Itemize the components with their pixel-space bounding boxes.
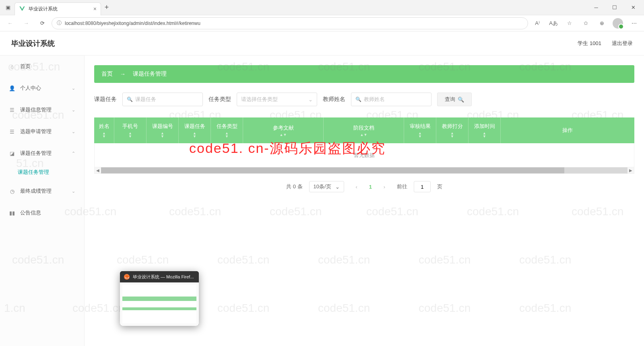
browser-tab[interactable]: 毕业设计系统 × xyxy=(14,2,101,15)
reader-icon[interactable]: Aあ xyxy=(547,16,560,30)
sidebar-item-label: 首页 xyxy=(20,63,31,70)
chevron-down-icon: ⌄ xyxy=(72,129,75,134)
url-input[interactable]: ⓘ localhost:8080/biyeshejixitong/admin/d… xyxy=(52,17,528,29)
chevron-down-icon: ⌄ xyxy=(72,189,75,194)
logout-link[interactable]: 退出登录 xyxy=(612,40,633,47)
sidebar-item-notice[interactable]: ▮▮ 公告信息 xyxy=(0,202,84,224)
maximize-icon[interactable]: ☐ xyxy=(605,1,624,14)
preview-title: 毕业设计系统 — Mozilla Firef... xyxy=(133,274,194,280)
sidebar-item-label: 最终成绩管理 xyxy=(20,187,52,195)
back-button[interactable]: ← xyxy=(3,16,17,30)
profile-avatar[interactable] xyxy=(611,16,625,30)
chevron-right-icon: → xyxy=(120,71,126,77)
sort-icon: ▲▼ xyxy=(102,132,106,138)
th-task-type[interactable]: 任务类型▲▼ xyxy=(211,117,243,143)
next-page-button[interactable]: › xyxy=(378,181,390,192)
sidebar-item-final-grade[interactable]: ◷ 最终成绩管理 ⌄ xyxy=(0,180,84,202)
total-count: 共 0 条 xyxy=(286,183,302,190)
crumb-home[interactable]: 首页 xyxy=(101,70,113,78)
sidebar-item-home[interactable]: ⌂ 首页 xyxy=(0,56,84,77)
sidebar-item-topic-apply[interactable]: ☰ 选题申请管理 ⌄ xyxy=(0,121,84,142)
current-user[interactable]: 学生 1001 xyxy=(578,40,601,47)
th-topic-no[interactable]: 课题编号▲▼ xyxy=(147,117,179,143)
placeholder: 请选择任务类型 xyxy=(241,96,278,103)
scroll-thumb[interactable] xyxy=(101,167,564,173)
task-type-select[interactable]: 请选择任务类型 ⌄ xyxy=(237,93,317,106)
clock-icon: ◷ xyxy=(9,188,15,194)
breadcrumb: 首页 → 课题任务管理 xyxy=(94,65,634,83)
th-phone[interactable]: 手机号▲▼ xyxy=(114,117,147,143)
chevron-down-icon: ⌄ xyxy=(72,107,75,113)
current-page[interactable]: 1 xyxy=(369,184,372,190)
sidebar-subitem-label: 课题任务管理 xyxy=(18,169,49,176)
table-empty: 暂无数据 xyxy=(94,143,634,167)
sidebar-item-profile[interactable]: 👤 个人中心 ⌄ xyxy=(0,77,84,99)
search-icon: 🔍 xyxy=(458,97,464,103)
empty-text: 暂无数据 xyxy=(354,152,375,159)
chevron-up-icon: ⌃ xyxy=(72,151,75,156)
filter-label: 教师姓名 xyxy=(323,96,345,103)
app-title: 毕业设计系统 xyxy=(11,39,55,48)
pagination: 共 0 条 10条/页 ⌄ ‹ 1 › 前往 页 xyxy=(85,174,644,200)
favorites-bar-icon[interactable]: ✩ xyxy=(579,16,592,30)
th-stage-doc[interactable]: 阶段文档▲▼ xyxy=(324,117,404,143)
sort-icon: ▲▼ xyxy=(360,133,367,136)
app-header: 毕业设计系统 学生 1001 退出登录 xyxy=(0,31,644,56)
sort-icon: ▲▼ xyxy=(450,132,454,138)
favorites-icon[interactable]: ☆ xyxy=(563,16,576,30)
th-name[interactable]: 姓名▲▼ xyxy=(94,117,114,143)
more-icon[interactable]: ⋯ xyxy=(627,16,641,30)
th-topic-task[interactable]: 课题任务▲▼ xyxy=(179,117,211,143)
vue-favicon-icon xyxy=(19,6,25,12)
filter-bar: 课题任务 🔍 课题任务 任务类型 请选择任务类型 ⌄ 教师姓名 🔍 教师姓名 查… xyxy=(85,93,644,106)
sidebar-item-label: 课题信息管理 xyxy=(20,106,52,113)
url-text: localhost:8080/biyeshejixitong/admin/dis… xyxy=(65,21,200,26)
sidebar-item-label: 个人中心 xyxy=(20,84,41,92)
sort-icon: ▲▼ xyxy=(280,133,287,136)
placeholder: 教师姓名 xyxy=(364,96,385,103)
chevron-down-icon: ⌄ xyxy=(308,97,313,103)
th-score[interactable]: 教师打分▲▼ xyxy=(436,117,469,143)
minimize-icon[interactable]: ─ xyxy=(587,1,605,14)
search-icon: 🔍 xyxy=(127,97,133,102)
scroll-track[interactable] xyxy=(101,167,627,173)
read-aloud-icon[interactable]: A⁾ xyxy=(530,16,544,30)
teacher-name-input[interactable]: 🔍 教师姓名 xyxy=(351,93,431,106)
sidebar-item-label: 课题任务管理 xyxy=(20,150,52,157)
home-icon: ⌂ xyxy=(9,64,15,70)
th-time[interactable]: 添加时间▲▼ xyxy=(469,117,501,143)
prev-page-button[interactable]: ‹ xyxy=(351,181,363,192)
address-bar: ← → ⟳ ⓘ localhost:8080/biyeshejixitong/a… xyxy=(0,15,644,31)
browser-tab-bar: ▣ 毕业设计系统 × + ─ ☐ ✕ xyxy=(0,0,644,15)
collections-icon[interactable]: ⊕ xyxy=(595,16,609,30)
horizontal-scrollbar[interactable]: ◀ ▶ xyxy=(94,167,634,174)
close-window-icon[interactable]: ✕ xyxy=(624,1,642,14)
chevron-down-icon: ⌄ xyxy=(335,184,340,190)
topic-task-input[interactable]: 🔍 课题任务 xyxy=(122,93,203,106)
new-tab-button[interactable]: + xyxy=(101,3,112,12)
user-icon: 👤 xyxy=(9,85,15,91)
crumb-current: 课题任务管理 xyxy=(133,70,167,78)
page-size-select[interactable]: 10条/页 ⌄ xyxy=(309,181,344,192)
sidebar-item-topic-task[interactable]: ◪ 课题任务管理 ⌃ xyxy=(0,142,84,164)
scroll-left-icon[interactable]: ◀ xyxy=(95,167,101,173)
filter-label: 任务类型 xyxy=(208,96,231,103)
th-refs[interactable]: 参考文献▲▼ xyxy=(243,117,324,143)
forward-button[interactable]: → xyxy=(19,16,33,30)
refresh-button[interactable]: ⟳ xyxy=(35,16,49,30)
query-button[interactable]: 查询 🔍 xyxy=(437,93,472,106)
sidebar-subitem-topic-task[interactable]: 课题任务管理 xyxy=(0,164,84,180)
tab-title: 毕业设计系统 xyxy=(29,6,90,12)
sort-icon: ▲▼ xyxy=(161,132,164,138)
close-tab-icon[interactable]: × xyxy=(93,6,97,12)
taskbar-preview[interactable]: 🦊 毕业设计系统 — Mozilla Firef... xyxy=(120,271,199,326)
scroll-right-icon[interactable]: ▶ xyxy=(627,167,634,173)
sidebar-item-label: 公告信息 xyxy=(20,209,41,216)
sort-icon: ▲▼ xyxy=(418,132,422,138)
search-icon: 🔍 xyxy=(355,97,361,102)
th-audit[interactable]: 审核结果▲▼ xyxy=(404,117,436,143)
sidebar-item-topic-info[interactable]: ☰ 课题信息管理 ⌄ xyxy=(0,99,84,121)
chevron-down-icon: ⌄ xyxy=(72,86,75,91)
tab-actions-icon[interactable]: ▣ xyxy=(2,1,14,14)
goto-page-input[interactable] xyxy=(414,181,431,192)
